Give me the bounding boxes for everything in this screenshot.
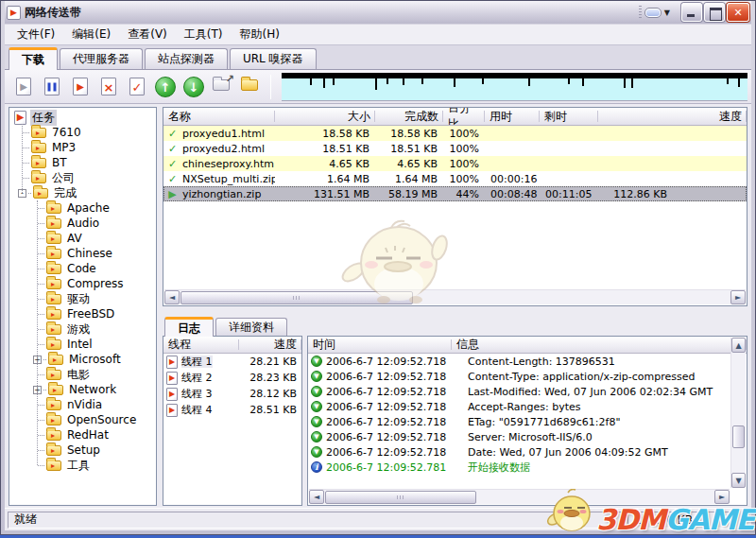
- scroll-down-icon[interactable]: ▼: [731, 473, 746, 488]
- scroll-thumb[interactable]: [325, 491, 476, 504]
- tree-item-0[interactable]: ▸7610: [9, 125, 156, 140]
- log-row[interactable]: ▼2006-6-7 12:09:52.718Date: Wed, 07 Jun …: [308, 444, 730, 460]
- column-header-5[interactable]: 剩时: [540, 108, 598, 125]
- log-vscrollbar[interactable]: ▲ ▼: [730, 338, 746, 488]
- log-row[interactable]: ▼2006-6-7 12:09:52.718Content-Length: 13…: [308, 354, 730, 369]
- scroll-right-icon[interactable]: ►: [714, 490, 730, 504]
- tree-item-22[interactable]: ▸工具: [9, 458, 156, 473]
- chevron-down-icon[interactable]: ▼: [664, 9, 670, 17]
- tree-item-9[interactable]: ▸Code: [9, 261, 156, 276]
- resume-task-button[interactable]: ▶: [67, 74, 94, 100]
- check-task-button[interactable]: ✓: [124, 74, 150, 100]
- close-button[interactable]: ✕: [727, 3, 749, 22]
- tree-item-18[interactable]: ▸nVidia: [9, 397, 156, 412]
- download-list[interactable]: 名称大小完成数百分比用时剩时速度 ✓proxyedu1.html18.58 KB…: [163, 107, 747, 306]
- tree-item-8[interactable]: ▸Chinese: [9, 246, 156, 261]
- move-up-button[interactable]: ↑: [152, 74, 179, 100]
- tree-item-16[interactable]: ▸电影: [9, 367, 156, 382]
- column-header-1[interactable]: 大小: [275, 108, 375, 125]
- time-column-header[interactable]: 时间: [308, 337, 452, 353]
- title-bar[interactable]: ▶ 网络传送带 ▼ ✕: [5, 1, 751, 24]
- tree-item-10[interactable]: ▸Compress: [9, 276, 156, 291]
- thread-row[interactable]: ▶线程 428.51 KB: [163, 402, 301, 418]
- log-row[interactable]: ▼2006-6-7 12:09:52.718Last-Modified: Wed…: [308, 384, 730, 399]
- tree-item-20[interactable]: ▸RedHat: [9, 427, 156, 443]
- minimize-button[interactable]: [681, 3, 702, 22]
- tree-item-1[interactable]: ▸MP3: [9, 140, 156, 155]
- titlebar-toolbar[interactable]: ▼: [639, 6, 670, 19]
- move-down-button[interactable]: ↓: [180, 74, 207, 100]
- bottom-tab-0[interactable]: 日志: [164, 317, 214, 337]
- device-icon[interactable]: [644, 8, 662, 18]
- download-row[interactable]: ▶yizhongtian.zip131.51 MB58.19 MB44%00:0…: [163, 186, 747, 201]
- thread-row[interactable]: ▶线程 128.21 KB: [163, 354, 301, 370]
- menu-item-3[interactable]: 工具(T): [176, 25, 232, 44]
- thread-column-header[interactable]: 线程: [163, 337, 239, 353]
- tab-2[interactable]: 站点探测器: [145, 48, 228, 69]
- tree-item-17[interactable]: +▸Network: [9, 382, 156, 397]
- thread-row[interactable]: ▶线程 328.12 KB: [163, 386, 301, 402]
- tree-item-5[interactable]: ▸Apache: [9, 200, 156, 216]
- tree-item-11[interactable]: ▸驱动: [9, 291, 156, 306]
- scroll-up-icon[interactable]: ▲: [731, 338, 746, 353]
- scroll-thumb[interactable]: [180, 291, 413, 304]
- column-header-6[interactable]: 速度: [598, 108, 747, 125]
- delete-task-button[interactable]: ×: [95, 74, 122, 100]
- column-header-2[interactable]: 完成数: [375, 108, 443, 125]
- scroll-left-icon[interactable]: ◄: [309, 490, 324, 504]
- panel-splitter[interactable]: [163, 306, 747, 315]
- tab-0[interactable]: 下载: [9, 47, 58, 70]
- tree-item-4[interactable]: -▸完成: [9, 185, 156, 200]
- category-tree[interactable]: ▶任务▸7610▸MP3▸BT▸公司-▸完成▸Apache▸Audio▸AV▸C…: [9, 107, 157, 506]
- tree-item-7[interactable]: ▸AV: [9, 231, 156, 246]
- log-row[interactable]: ▼2006-6-7 12:09:52.718Accept-Ranges: byt…: [308, 399, 730, 414]
- new-task-button[interactable]: ▶: [10, 74, 37, 100]
- log-row[interactable]: ▼2006-6-7 12:09:52.718Server: Microsoft-…: [308, 429, 730, 444]
- download-row[interactable]: ✓NXSetup_multi.zip1.64 MB1.64 MB100%00:0…: [163, 171, 747, 186]
- menu-item-4[interactable]: 帮助(H): [232, 25, 288, 44]
- message-column-header[interactable]: 信息: [452, 337, 747, 353]
- scroll-thumb[interactable]: [732, 425, 745, 448]
- toolbar-grip-icon[interactable]: [639, 6, 642, 19]
- tab-3[interactable]: URL 嗅探器: [230, 48, 317, 69]
- scroll-right-icon[interactable]: ►: [730, 290, 746, 304]
- download-row[interactable]: ✓chineseproxy.htm4.65 KB4.65 KB100%: [163, 156, 747, 171]
- log-row[interactable]: ▼2006-6-7 12:09:52.718ETag: "0591771d689…: [308, 414, 730, 429]
- scroll-left-icon[interactable]: ◄: [164, 290, 180, 304]
- log-row[interactable]: i2006-6-7 12:09:52.781开始接收数据: [308, 460, 730, 475]
- tree-item-14[interactable]: ▸Intel: [9, 337, 156, 352]
- tree-item-19[interactable]: ▸OpenSource: [9, 412, 156, 427]
- tree-item-2[interactable]: ▸BT: [9, 155, 156, 170]
- client-area: 文件(F)编辑(E)查看(V)工具(T)帮助(H) 下载代理服务器站点探测器UR…: [5, 25, 751, 530]
- log-row[interactable]: ▼2006-6-7 12:09:52.718Content-Type: appl…: [308, 369, 730, 384]
- tree-item-15[interactable]: +▸Microsoft: [9, 352, 156, 367]
- column-header-4[interactable]: 用时: [485, 108, 540, 125]
- tree-item-21[interactable]: ▸Setup: [9, 443, 156, 458]
- tree-item-12[interactable]: ▸FreeBSD: [9, 306, 156, 321]
- open-folder-button[interactable]: [237, 74, 264, 100]
- menu-item-1[interactable]: 编辑(E): [63, 25, 119, 44]
- bottom-tab-1[interactable]: 详细资料: [215, 318, 287, 336]
- maximize-button[interactable]: [704, 3, 725, 22]
- tree-item-3[interactable]: ▸公司: [9, 170, 156, 185]
- download-row[interactable]: ✓proxyedu1.html18.58 KB18.58 KB100%: [163, 126, 747, 141]
- tree-item-13[interactable]: ▸游戏: [9, 321, 156, 337]
- download-row[interactable]: ✓proxyedu2.html18.51 KB18.51 KB100%: [163, 141, 747, 156]
- download-hscrollbar[interactable]: ◄ ►: [164, 289, 746, 304]
- resize-grip[interactable]: [736, 516, 748, 529]
- menu-item-2[interactable]: 查看(V): [119, 25, 176, 44]
- tab-1[interactable]: 代理服务器: [60, 48, 143, 69]
- thread-row[interactable]: ▶线程 228.23 KB: [163, 370, 301, 386]
- menu-item-0[interactable]: 文件(F): [9, 25, 63, 44]
- pause-task-button[interactable]: [39, 74, 65, 100]
- column-header-3[interactable]: 百分比: [443, 108, 485, 125]
- column-header-0[interactable]: 名称: [163, 108, 275, 125]
- log-list[interactable]: 时间信息 ▼2006-6-7 12:09:52.718Content-Lengt…: [307, 336, 747, 506]
- speed-column-header[interactable]: 速度: [239, 337, 301, 353]
- tree-item-6[interactable]: ▸Audio: [9, 216, 156, 231]
- thread-list[interactable]: 线程速度 ▶线程 128.21 KB▶线程 228.23 KB▶线程 328.1…: [163, 336, 302, 506]
- log-hscrollbar[interactable]: ◄ ►: [309, 489, 730, 504]
- folder-icon: ▸: [46, 430, 61, 441]
- tree-root-task[interactable]: ▶任务: [9, 110, 156, 125]
- open-target-folder-button[interactable]: ↗: [209, 74, 235, 100]
